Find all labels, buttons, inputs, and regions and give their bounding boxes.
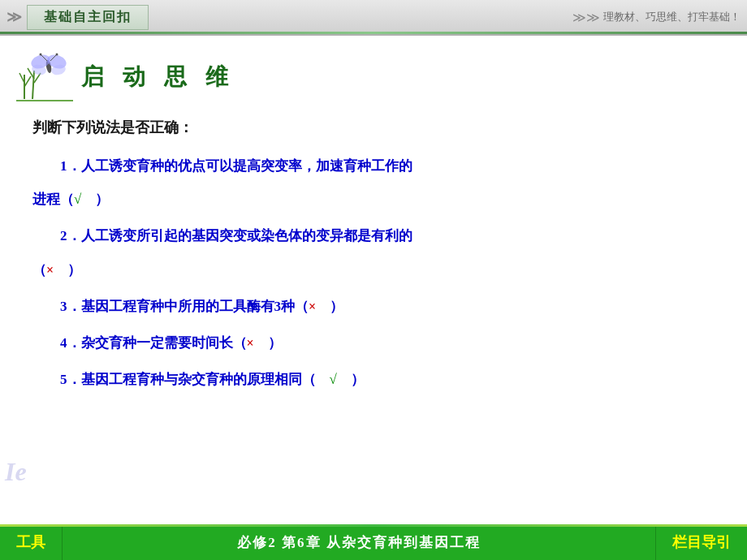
answer-4-mark: ×: [247, 336, 254, 350]
header-bar: ≫ 基础自主回扣 ≫≫ 理教材、巧思维、打牢基础！: [0, 0, 747, 36]
svg-line-2: [24, 76, 31, 87]
question-intro: 判断下列说法是否正确：: [0, 111, 747, 144]
watermark: Ie: [0, 455, 32, 489]
tool-button[interactable]: 工具: [0, 524, 63, 560]
right-arrows-icon: ≫≫: [572, 10, 600, 25]
question-item-2: 2．人工诱变所引起的基因突变或染色体的变异都是有利的: [0, 220, 747, 252]
header-title: 基础自主回扣: [27, 5, 149, 30]
question-item-1: 1．人工诱变育种的优点可以提高突变率，加速育种工作的: [0, 150, 747, 182]
question-item-4: 4．杂交育种一定需要时间长（× ）: [0, 327, 747, 359]
answer-5-mark: √: [330, 372, 337, 387]
bottom-bar: 工具 必修2 第6章 从杂交育种到基因工程 栏目导引: [0, 524, 747, 560]
page-container: ≫ 基础自主回扣 ≫≫ 理教材、巧思维、打牢基础！: [0, 0, 747, 560]
svg-line-3: [32, 71, 34, 99]
header-subtitle: 理教材、巧思维、打牢基础！: [603, 10, 741, 24]
bottom-center-text: 必修2 第6章 从杂交育种到基因工程: [63, 533, 655, 552]
header-deco-line: [0, 32, 747, 34]
answer-1-mark: √: [74, 192, 81, 207]
nav-button[interactable]: 栏目导引: [655, 524, 747, 560]
question-item-1-cont: 进程（√ ）: [0, 183, 747, 215]
question-item-3: 3．基因工程育种中所用的工具酶有3种（× ）: [0, 291, 747, 322]
header-left: ≫ 基础自主回扣: [0, 5, 149, 30]
answer-3-mark: ×: [309, 299, 316, 313]
svg-point-12: [40, 54, 42, 56]
section-title: 启 动 思 维: [81, 62, 235, 93]
left-arrows-icon: ≫: [6, 8, 22, 26]
section-title-area: 启 动 思 维: [0, 36, 747, 111]
answer-2-mark: ×: [46, 263, 54, 277]
question-item-2-cont: （× ）: [0, 254, 747, 286]
svg-point-14: [56, 54, 58, 56]
plant-decoration-icon: [16, 50, 73, 103]
content-area: 启 动 思 维 判断下列说法是否正确： 1．人工诱变育种的优点可以提高突变率，加…: [0, 36, 747, 524]
header-right: ≫≫ 理教材、巧思维、打牢基础！: [572, 10, 741, 25]
question-item-5: 5．基因工程育种与杂交育种的原理相同（ √ ）: [0, 364, 747, 395]
